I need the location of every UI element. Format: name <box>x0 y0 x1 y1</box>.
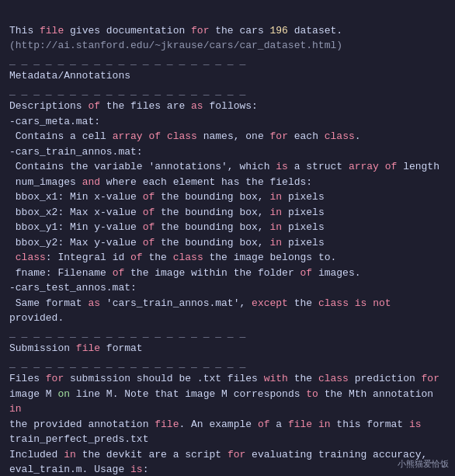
line-12-in: in <box>269 191 282 203</box>
line-18: -cars_test_annos.mat: <box>9 282 137 294</box>
line-10-text: a struct <box>288 161 349 172</box>
line-6-as: as <box>191 100 203 112</box>
line-25-file: file <box>155 419 179 430</box>
line-11-text: where each element has the fields: <box>100 176 312 188</box>
line-14-px: pixels <box>282 221 325 233</box>
line-23-text2: the <box>288 373 318 384</box>
line-25-a: a <box>269 419 287 430</box>
line-15-text: the bounding box, <box>155 237 269 248</box>
line-27-for: for <box>228 449 245 460</box>
line-25: the provided annotation <box>9 419 155 430</box>
line-3-dashes: _ _ _ _ _ _ _ _ _ _ _ _ _ _ _ _ _ _ _ _ <box>9 55 245 67</box>
line-10-len: length <box>397 161 439 172</box>
line-17-text: the image within the folder <box>124 267 300 279</box>
line-12-px: pixels <box>282 191 325 203</box>
line-16-text3: the image belongs to. <box>203 252 337 263</box>
line-8-class <box>161 130 167 142</box>
line-23-with: with <box>264 373 288 384</box>
line-25-file2: file <box>288 419 312 430</box>
line-23-class: class <box>318 373 349 384</box>
line-8-class2: class <box>325 130 355 142</box>
line-8-indent: Contains a cell <box>9 130 113 142</box>
line-19-text: 'cars_train_annos.mat', <box>100 297 252 309</box>
line-20-dashes: _ _ _ _ _ _ _ _ _ _ _ _ _ _ _ _ _ _ _ _ <box>9 328 245 339</box>
line-24: image M <box>9 388 57 400</box>
line-8-dot: . <box>355 130 361 142</box>
line-27: Included <box>9 449 64 460</box>
line-14-of: of <box>143 221 155 233</box>
line-1-text4: dataset. <box>288 25 342 36</box>
line-19-except: except <box>252 297 288 309</box>
line-17-images: images. <box>312 267 360 279</box>
line-15-of: of <box>143 237 155 248</box>
line-25-this: this format <box>331 419 409 430</box>
line-11-and: and <box>82 176 100 188</box>
line-19-is <box>349 297 355 309</box>
line-6-follows: follows: <box>203 100 258 112</box>
line-8-of: of <box>148 130 161 142</box>
line-17-of2: of <box>300 267 313 279</box>
line-1-num: 196 <box>269 25 287 36</box>
line-19-as: as <box>88 297 100 309</box>
line-1-text: This <box>9 25 40 36</box>
line-25-text: . An example <box>179 419 257 430</box>
line-11: num_images <box>9 176 82 188</box>
line-23-text: submission should be .txt files <box>64 373 263 384</box>
line-23: Files <box>9 373 46 384</box>
code-content: This file gives documentation for the ca… <box>9 8 446 476</box>
line-10-of2: of <box>385 161 398 172</box>
line-19-the: the <box>288 297 318 309</box>
line-26: train_perfect_preds.txt <box>9 433 148 445</box>
line-1-text2: gives documentation <box>64 25 191 36</box>
line-14-text: the bounding box, <box>155 221 269 233</box>
line-12-text: the bounding box, <box>155 191 269 203</box>
line-25-in2: in <box>318 419 331 430</box>
line-16-text2: the <box>143 252 173 263</box>
line-8-for: for <box>270 130 288 142</box>
line-13: bbox_x2: Max x-value <box>9 207 143 218</box>
line-14: bbox_y1: Min y-value <box>9 221 143 233</box>
line-4-meta: Metadata/Annotations <box>9 70 130 82</box>
line-12-of: of <box>143 191 155 203</box>
line-19-class: class <box>318 297 349 309</box>
line-23-for2: for <box>422 373 439 384</box>
line-24-text: line M. Note that image M corresponds <box>70 388 306 400</box>
line-24-on: on <box>57 388 70 400</box>
line-27-text: the devkit are a script <box>76 449 228 460</box>
line-17: fname: Filename <box>9 267 113 279</box>
line-1-for: for <box>191 25 209 36</box>
line-8-array: array <box>113 130 143 142</box>
line-6-of: of <box>88 100 100 112</box>
line-28: eval_train.m. Usage <box>9 464 130 475</box>
line-15-px: pixels <box>282 237 325 248</box>
line-10-array: array <box>349 161 379 172</box>
line-10-of <box>379 161 385 172</box>
line-19: Same format <box>9 297 88 309</box>
watermark: 小熊猫爱恰饭 <box>398 457 449 471</box>
line-13-of: of <box>143 207 155 218</box>
line-9: -cars_train_annos.mat: <box>9 146 143 158</box>
line-10: Contains the variable 'annotations', whi… <box>9 161 276 172</box>
line-8-class-kw: class <box>167 130 197 142</box>
line-8-names: names, one <box>197 130 270 142</box>
line-5-dashes: _ _ _ _ _ _ _ _ _ _ _ _ _ _ _ _ _ _ _ _ <box>9 85 245 97</box>
line-10-is: is <box>276 161 288 172</box>
line-25-is: is <box>409 419 422 430</box>
line-6-desc: Descriptions <box>9 100 88 112</box>
line-15: bbox_y2: Max y-value <box>9 237 143 248</box>
line-16-class2: class <box>173 252 203 263</box>
line-13-in: in <box>269 207 282 218</box>
line-24-text2: the Mth annotation <box>318 388 439 400</box>
line-23-pred: prediction <box>349 373 422 384</box>
line-15-in: in <box>269 237 282 248</box>
line-2-url: (http://ai.stanford.edu/~jkrause/cars/ca… <box>9 40 342 51</box>
line-27-in: in <box>64 449 76 460</box>
line-24-to: to <box>306 388 318 400</box>
line-21-sub: Submission <box>9 342 76 354</box>
line-25-in <box>312 419 318 430</box>
line-25-of: of <box>258 419 270 430</box>
line-1-file: file <box>40 25 64 36</box>
line-19-not <box>366 297 373 309</box>
line-7: -cars_meta.mat: <box>9 116 100 127</box>
line-21-file: file <box>76 342 100 354</box>
